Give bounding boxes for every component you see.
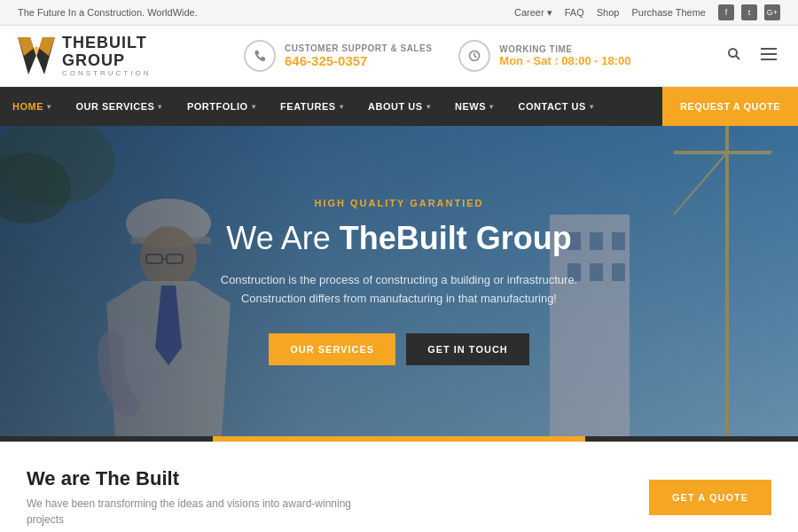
nav-items: HOME ▾ OUR SERVICES ▾ PORTFOLIO ▾ FEATUR… [0,87,662,126]
logo-brand-mid: GROUP [62,52,151,70]
search-button[interactable] [724,43,745,68]
bottom-heading: We are The Built [27,467,381,490]
menu-button[interactable] [757,44,780,67]
chevron-down-icon: ▾ [252,103,256,111]
svg-rect-7 [761,48,777,50]
bottom-text: We are The Built We have been transformi… [27,467,381,528]
nav-item-features[interactable]: FEATURES ▾ [268,87,356,126]
top-bar-tagline: The Future In a Construction. WorldWide. [18,7,198,18]
hero-subtitle: HIGH QUALITY GARANTIED [221,198,577,208]
accent-bar-wrapper [0,436,798,442]
site-header: THEBUILT GROUP CONSTRUCTION CUSTOMER SUP… [0,26,798,87]
facebook-icon[interactable]: f [718,4,734,20]
svg-point-5 [729,49,737,57]
top-bar: The Future In a Construction. WorldWide.… [0,0,798,26]
phone-icon [244,40,276,72]
bottom-section: We are The Built We have been transformi… [0,442,798,532]
svg-marker-1 [18,37,55,57]
hours-value: Mon - Sat : 08:00 - 18:00 [499,54,630,67]
nav-item-news[interactable]: NEWS ▾ [442,87,506,126]
header-actions [724,43,780,68]
main-nav: HOME ▾ OUR SERVICES ▾ PORTFOLIO ▾ FEATUR… [0,87,798,126]
hero-section: HIGH QUALITY GARANTIED We Are TheBuilt G… [0,126,798,436]
our-services-button[interactable]: OUR SERVICES [269,333,395,365]
nav-item-services[interactable]: OUR SERVICES ▾ [64,87,175,126]
nav-link-career[interactable]: Career ▾ [514,7,552,19]
request-quote-button[interactable]: REQUEST A QUOTE [662,87,798,126]
hours-label: WORKING TIME [499,44,630,54]
logo[interactable]: THEBUILT GROUP CONSTRUCTION [18,35,151,77]
support-label: CUSTOMER SUPPORT & SALES [285,43,432,53]
header-contact: CUSTOMER SUPPORT & SALES 646-325-0357 WO… [244,40,630,72]
get-a-quote-button[interactable]: GET A QUOTE [649,480,771,515]
clock-icon [458,40,490,72]
bottom-subtext: We have been transforming the ideas and … [27,496,381,528]
nav-link-purchase[interactable]: Purchase Theme [631,7,706,18]
svg-rect-8 [761,53,777,55]
svg-rect-9 [761,59,777,60]
svg-line-6 [736,56,739,59]
nav-item-home[interactable]: HOME ▾ [0,87,64,126]
logo-text: THEBUILT GROUP CONSTRUCTION [62,35,151,77]
nav-item-about[interactable]: ABOUT US ▾ [356,87,442,126]
nav-link-faq[interactable]: FAQ [565,7,584,18]
chevron-down-icon: ▾ [426,103,431,111]
top-bar-right: Career ▾ FAQ Shop Purchase Theme f t G+ [514,4,780,20]
nav-item-contact[interactable]: CONTACT US ▾ [506,87,606,126]
logo-icon [18,37,55,74]
hero-accent-bar [213,436,585,442]
nav-item-portfolio[interactable]: PORTFOLIO ▾ [175,87,268,126]
chevron-down-icon: ▾ [340,103,344,111]
svg-line-4 [474,56,477,58]
chevron-down-icon: ▾ [47,103,51,111]
chevron-down-icon: ▾ [158,103,162,111]
hero-content: HIGH QUALITY GARANTIED We Are TheBuilt G… [203,198,595,365]
hours-contact: WORKING TIME Mon - Sat : 08:00 - 18:00 [458,40,630,72]
social-icons: f t G+ [718,4,780,20]
hero-description: Construction is the process of construct… [221,271,577,309]
nav-link-shop[interactable]: Shop [597,7,620,18]
twitter-icon[interactable]: t [741,4,757,20]
support-phone: 646-325-0357 [285,53,432,68]
googleplus-icon[interactable]: G+ [764,4,780,20]
hero-buttons: OUR SERVICES GET IN TOUCH [221,333,577,365]
hero-title: We Are TheBuilt Group [221,219,577,257]
chevron-down-icon: ▾ [590,103,594,111]
logo-brand-top: THEBUILT [62,35,151,52]
chevron-down-icon: ▾ [489,103,494,111]
support-contact: CUSTOMER SUPPORT & SALES 646-325-0357 [244,40,432,72]
logo-brand-sub: CONSTRUCTION [62,70,151,78]
get-in-touch-button[interactable]: GET IN TOUCH [406,333,529,365]
